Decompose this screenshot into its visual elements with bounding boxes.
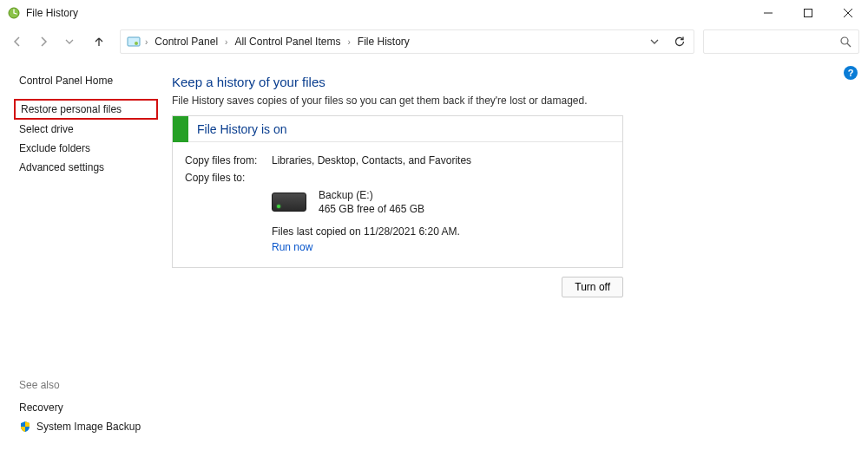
status-text: File History is on (188, 122, 286, 136)
copy-to-label: Copy files to: (185, 172, 272, 184)
drive-name: Backup (E:) (319, 189, 424, 201)
control-panel-icon (126, 34, 141, 49)
recent-dropdown[interactable] (57, 29, 82, 54)
chevron-right-icon: › (223, 37, 229, 47)
status-header: File History is on (173, 116, 622, 142)
breadcrumb-all-items[interactable]: All Control Panel Items (229, 36, 345, 48)
forward-button[interactable] (31, 29, 56, 54)
svg-rect-5 (128, 37, 140, 46)
file-history-app-icon (7, 6, 21, 20)
sidebar-see-also: See also Recovery System Image Backup (19, 379, 155, 448)
svg-point-6 (135, 42, 138, 45)
drive-block: Backup (E:) 465 GB free of 465 GB (272, 189, 610, 215)
svg-rect-2 (805, 10, 812, 17)
sidebar-select-drive[interactable]: Select drive (19, 120, 155, 139)
address-bar[interactable]: › Control Panel › All Control Panel Item… (120, 29, 694, 54)
page-heading: Keep a history of your files (172, 75, 851, 89)
breadcrumb-control-panel[interactable]: Control Panel (149, 36, 223, 48)
sidebar: Control Panel Home Restore personal file… (0, 57, 165, 457)
navigation-bar: › Control Panel › All Control Panel Item… (0, 26, 868, 57)
svg-point-7 (841, 37, 848, 44)
svg-line-8 (847, 43, 851, 47)
drive-free: 465 GB free of 465 GB (319, 203, 424, 215)
sidebar-advanced-settings[interactable]: Advanced settings (19, 158, 155, 177)
see-also-recovery-label: Recovery (19, 402, 63, 414)
main-panel: Keep a history of your files File Histor… (165, 57, 868, 457)
window-controls (748, 0, 868, 26)
content-area: Control Panel Home Restore personal file… (0, 57, 868, 457)
see-also-heading: See also (19, 379, 155, 391)
back-button[interactable] (5, 29, 30, 54)
see-also-system-image-backup[interactable]: System Image Backup (19, 417, 155, 436)
window-title: File History (26, 7, 78, 19)
up-button[interactable] (87, 29, 111, 54)
close-button[interactable] (828, 0, 868, 26)
see-also-recovery[interactable]: Recovery (19, 398, 155, 417)
minimize-button[interactable] (748, 0, 788, 26)
last-copied-text: Files last copied on 11/28/2021 6:20 AM. (272, 225, 610, 238)
run-now-link[interactable]: Run now (272, 241, 312, 253)
help-icon[interactable]: ? (844, 66, 858, 80)
page-subtitle: File History saves copies of your files … (172, 95, 851, 107)
shield-icon (19, 421, 31, 433)
sidebar-exclude-folders[interactable]: Exclude folders (19, 139, 155, 158)
chevron-right-icon: › (143, 37, 149, 47)
turn-off-row: Turn off (172, 277, 623, 297)
turn-off-button[interactable]: Turn off (562, 277, 623, 297)
copy-from-label: Copy files from: (185, 154, 272, 166)
breadcrumb-file-history[interactable]: File History (352, 36, 415, 48)
status-on-indicator (173, 116, 188, 142)
status-panel: File History is on Copy files from: Libr… (172, 115, 623, 268)
search-icon (840, 36, 852, 48)
title-bar: File History (0, 0, 868, 26)
refresh-button[interactable] (671, 36, 688, 48)
see-also-system-image-label: System Image Backup (36, 421, 141, 433)
address-dropdown[interactable] (645, 37, 664, 46)
sidebar-restore-personal-files[interactable]: Restore personal files (14, 99, 158, 120)
control-panel-home-link[interactable]: Control Panel Home (19, 75, 155, 87)
maximize-button[interactable] (788, 0, 828, 26)
search-box[interactable] (703, 29, 859, 54)
panel-body: Copy files from: Libraries, Desktop, Con… (173, 142, 622, 267)
drive-text: Backup (E:) 465 GB free of 465 GB (319, 189, 424, 215)
copy-from-value: Libraries, Desktop, Contacts, and Favori… (272, 154, 471, 166)
chevron-right-icon: › (345, 37, 352, 47)
drive-icon (272, 193, 306, 212)
